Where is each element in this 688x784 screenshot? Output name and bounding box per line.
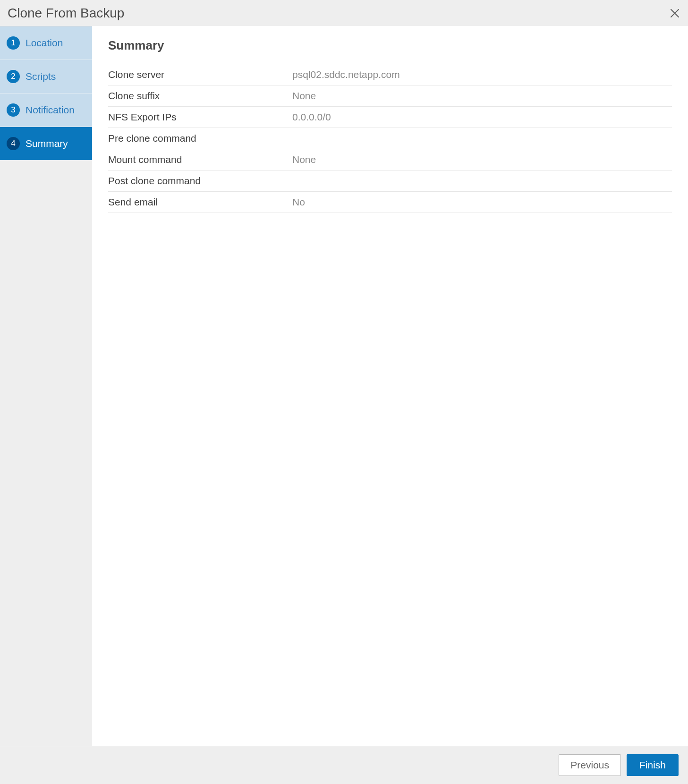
- step-summary[interactable]: 4 Summary: [0, 127, 92, 161]
- summary-val: None: [292, 85, 672, 107]
- close-icon[interactable]: [669, 8, 680, 19]
- summary-val: psql02.sddc.netapp.com: [292, 64, 672, 85]
- dialog-body: 1 Location 2 Scripts 3 Notification 4 Su…: [0, 26, 688, 746]
- summary-key: Pre clone command: [108, 128, 292, 149]
- clone-from-backup-dialog: Clone From Backup 1 Location 2 Scripts 3…: [0, 0, 688, 784]
- step-label: Scripts: [25, 71, 56, 82]
- summary-val: None: [292, 149, 672, 170]
- step-number: 2: [7, 70, 20, 83]
- summary-val: No: [292, 192, 672, 213]
- dialog-title: Clone From Backup: [8, 6, 124, 21]
- step-number: 4: [7, 137, 20, 150]
- summary-val: 0.0.0.0/0: [292, 107, 672, 128]
- summary-val: [292, 170, 672, 192]
- step-label: Summary: [25, 138, 68, 149]
- summary-key: Send email: [108, 192, 292, 213]
- summary-row-post-clone-command: Post clone command: [108, 170, 672, 192]
- summary-key: NFS Export IPs: [108, 107, 292, 128]
- step-label: Notification: [25, 104, 75, 116]
- summary-row-mount-command: Mount command None: [108, 149, 672, 170]
- wizard-steps-sidebar: 1 Location 2 Scripts 3 Notification 4 Su…: [0, 26, 92, 746]
- titlebar: Clone From Backup: [0, 0, 688, 26]
- finish-button[interactable]: Finish: [627, 754, 679, 776]
- dialog-footer: Previous Finish: [0, 746, 688, 784]
- previous-button[interactable]: Previous: [559, 754, 621, 776]
- step-location[interactable]: 1 Location: [0, 26, 92, 60]
- summary-key: Mount command: [108, 149, 292, 170]
- summary-table: Clone server psql02.sddc.netapp.com Clon…: [108, 64, 672, 213]
- main-content: Summary Clone server psql02.sddc.netapp.…: [92, 26, 688, 746]
- step-notification[interactable]: 3 Notification: [0, 94, 92, 127]
- step-scripts[interactable]: 2 Scripts: [0, 60, 92, 94]
- page-heading: Summary: [108, 38, 672, 53]
- summary-row-clone-suffix: Clone suffix None: [108, 85, 672, 107]
- summary-row-pre-clone-command: Pre clone command: [108, 128, 672, 149]
- summary-key: Post clone command: [108, 170, 292, 192]
- step-number: 1: [7, 36, 20, 50]
- summary-val: [292, 128, 672, 149]
- summary-row-clone-server: Clone server psql02.sddc.netapp.com: [108, 64, 672, 85]
- summary-key: Clone suffix: [108, 85, 292, 107]
- summary-key: Clone server: [108, 64, 292, 85]
- step-number: 3: [7, 103, 20, 117]
- summary-row-nfs-export-ips: NFS Export IPs 0.0.0.0/0: [108, 107, 672, 128]
- step-label: Location: [25, 37, 63, 49]
- summary-row-send-email: Send email No: [108, 192, 672, 213]
